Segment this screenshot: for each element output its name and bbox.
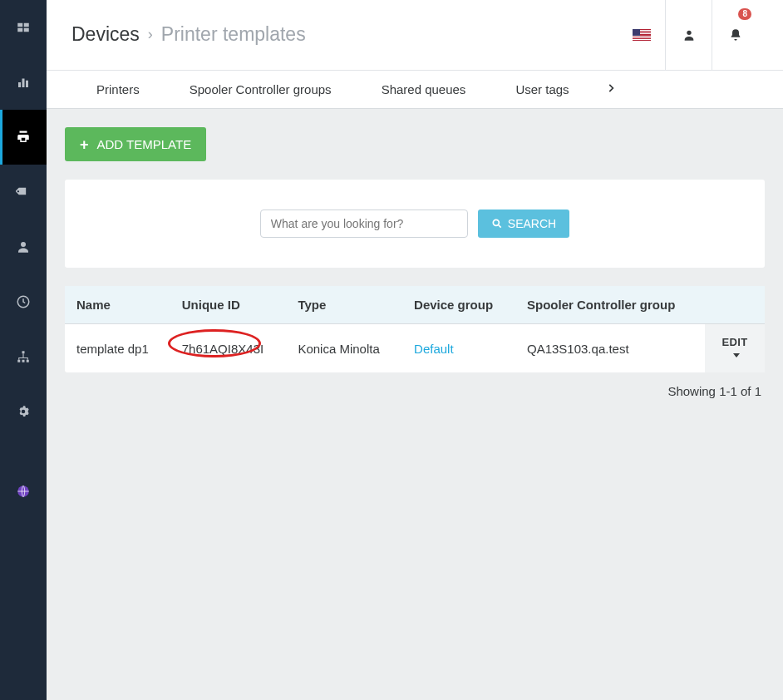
col-unique-id[interactable]: Unique ID xyxy=(170,286,287,324)
col-name[interactable]: Name xyxy=(65,286,170,324)
content: + ADD TEMPLATE SEARCH Name Unique ID Ty xyxy=(47,109,783,417)
cell-name: template dp1 xyxy=(65,324,170,373)
svg-point-14 xyxy=(687,31,691,35)
header: Devices › Printer templates 8 xyxy=(47,0,783,71)
pagination-summary: Showing 1-1 of 1 xyxy=(65,372,765,398)
tabbar: Printers Spooler Controller groups Share… xyxy=(47,71,783,109)
unique-id-value: 7h61AQI8X43I xyxy=(182,342,263,356)
caret-down-icon xyxy=(733,353,740,357)
sidebar-item-structure[interactable] xyxy=(0,329,47,384)
svg-rect-1 xyxy=(24,23,29,27)
search-input[interactable] xyxy=(260,210,468,238)
svg-point-15 xyxy=(493,219,499,225)
clock-icon xyxy=(16,294,31,309)
svg-rect-5 xyxy=(22,79,25,88)
gear-icon xyxy=(16,404,31,419)
main: Devices › Printer templates 8 Printers S… xyxy=(47,0,783,700)
chevron-right-icon xyxy=(605,82,617,94)
notifications-menu[interactable]: 8 xyxy=(712,0,758,70)
sidebar-item-settings[interactable] xyxy=(0,384,47,439)
edit-label: EDIT xyxy=(722,336,748,348)
search-icon xyxy=(491,218,503,229)
tab-spooler-groups[interactable]: Spooler Controller groups xyxy=(165,71,357,108)
tab-printers[interactable]: Printers xyxy=(71,71,165,108)
table-row[interactable]: template dp1 7h61AQI8X43I Konica Minolta… xyxy=(65,324,765,373)
printer-icon xyxy=(16,130,31,145)
col-type[interactable]: Type xyxy=(286,286,402,324)
device-group-link[interactable]: Default xyxy=(414,342,454,356)
bar-chart-icon xyxy=(16,75,31,90)
templates-table: Name Unique ID Type Device group Spooler… xyxy=(65,286,765,372)
sidebar-item-dashboard[interactable] xyxy=(0,0,47,55)
col-spooler-group[interactable]: Spooler Controller group xyxy=(515,286,705,324)
plus-icon: + xyxy=(80,139,89,150)
user-icon xyxy=(16,239,31,254)
col-actions xyxy=(705,286,765,324)
bell-icon xyxy=(729,28,742,42)
svg-rect-4 xyxy=(18,82,21,87)
search-panel: SEARCH xyxy=(65,180,765,268)
svg-rect-0 xyxy=(17,23,22,27)
svg-point-7 xyxy=(21,242,26,247)
tab-shared-queues[interactable]: Shared queues xyxy=(357,71,491,108)
search-button-label: SEARCH xyxy=(508,217,556,230)
account-menu[interactable] xyxy=(665,0,712,70)
sidebar xyxy=(0,0,47,700)
svg-rect-12 xyxy=(27,360,29,362)
add-template-label: ADD TEMPLATE xyxy=(97,137,192,151)
sidebar-item-users[interactable] xyxy=(0,219,47,274)
sidebar-item-reports[interactable] xyxy=(0,55,47,110)
chevron-right-icon: › xyxy=(148,26,153,43)
globe-icon xyxy=(16,484,31,499)
cell-type: Konica Minolta xyxy=(286,324,402,373)
breadcrumb-current: Printer templates xyxy=(161,23,306,46)
breadcrumb: Devices › Printer templates xyxy=(71,23,306,46)
notification-badge: 8 xyxy=(738,8,751,20)
col-device-group[interactable]: Device group xyxy=(402,286,515,324)
row-edit-button[interactable]: EDIT xyxy=(705,324,765,373)
cell-unique-id: 7h61AQI8X43I xyxy=(170,324,287,373)
sidebar-item-history[interactable] xyxy=(0,274,47,329)
tab-user-tags[interactable]: User tags xyxy=(490,71,593,108)
sitemap-icon xyxy=(16,349,31,364)
svg-rect-6 xyxy=(26,81,28,87)
sidebar-item-devices[interactable] xyxy=(0,110,47,165)
user-icon xyxy=(682,28,696,42)
svg-rect-10 xyxy=(17,360,20,362)
svg-rect-3 xyxy=(24,28,29,32)
breadcrumb-parent[interactable]: Devices xyxy=(71,23,140,46)
tag-icon xyxy=(16,185,31,200)
table-header-row: Name Unique ID Type Device group Spooler… xyxy=(65,286,765,324)
svg-rect-2 xyxy=(17,28,22,32)
tabs-more[interactable] xyxy=(594,81,628,98)
svg-rect-9 xyxy=(22,351,25,353)
cell-device-group: Default xyxy=(402,324,515,373)
dashboard-icon xyxy=(16,20,31,35)
sidebar-item-tags[interactable] xyxy=(0,165,47,219)
svg-rect-11 xyxy=(22,360,25,362)
language-selector[interactable] xyxy=(618,0,665,70)
header-right: 8 xyxy=(618,18,758,50)
cell-spooler-group: QA13S103.qa.test xyxy=(515,324,705,373)
sidebar-item-globe[interactable] xyxy=(0,464,47,519)
add-template-button[interactable]: + ADD TEMPLATE xyxy=(65,127,206,161)
search-button[interactable]: SEARCH xyxy=(478,210,569,238)
flag-us-icon xyxy=(633,29,651,41)
